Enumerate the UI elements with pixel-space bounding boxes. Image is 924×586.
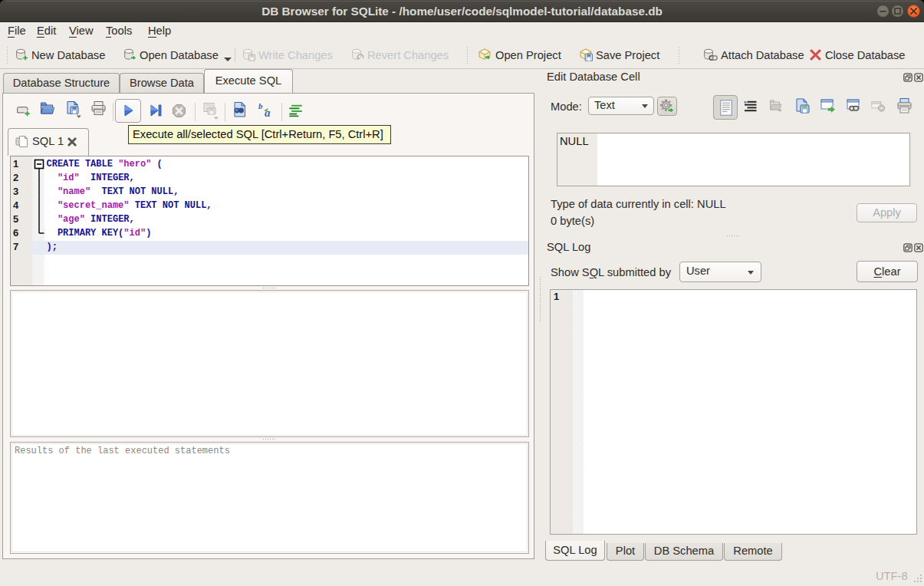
svg-text:b: b	[258, 101, 263, 110]
svg-text:a: a	[265, 107, 271, 118]
